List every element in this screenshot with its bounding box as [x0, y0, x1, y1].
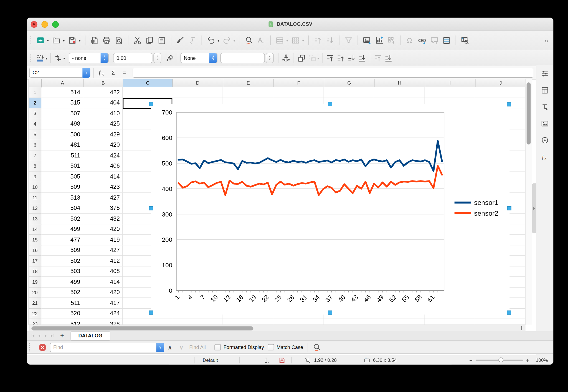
page-style-status[interactable]: Default	[203, 357, 218, 363]
next-sheet-button[interactable]	[43, 333, 49, 338]
sidebar-gallery-icon[interactable]	[541, 119, 549, 128]
cell-A12[interactable]: 504	[41, 203, 83, 214]
column-header-G[interactable]: G	[324, 79, 375, 87]
line-width-stepper[interactable]: ∧∨	[153, 53, 161, 63]
cell-I23[interactable]	[425, 319, 475, 325]
cell-E23[interactable]	[223, 319, 273, 325]
row-header-21[interactable]: 21	[29, 298, 41, 309]
copy-button[interactable]	[144, 35, 155, 46]
data-sources-button[interactable]	[460, 35, 471, 46]
insert-hyperlink-button[interactable]	[417, 35, 428, 46]
cell-A10[interactable]: 509	[41, 182, 83, 193]
cell-B4[interactable]: 425	[83, 119, 123, 129]
send-backward-button[interactable]	[346, 53, 357, 63]
fill-color-stepper[interactable]: ∧∨	[266, 53, 274, 63]
cell-H1[interactable]	[374, 87, 425, 98]
row-header-6[interactable]: 6	[29, 140, 41, 151]
cell-B12[interactable]: 375	[83, 203, 123, 214]
chart-handle-top-center[interactable]	[328, 102, 332, 106]
cell-C1[interactable]	[123, 87, 173, 98]
find-toolbar-grip[interactable]	[29, 342, 31, 352]
cell-H23[interactable]	[374, 319, 425, 325]
cell-A2[interactable]: 515	[41, 98, 83, 108]
cell-E1[interactable]	[223, 87, 273, 98]
toolbar-grip[interactable]	[30, 35, 32, 45]
chart-handle-middle-right[interactable]	[507, 206, 511, 210]
undo-dropdown[interactable]: ▾	[217, 38, 219, 42]
split-window-button[interactable]	[441, 35, 452, 46]
sheet-tab-datalog[interactable]: DATALOG	[71, 331, 110, 340]
find-previous-button[interactable]: ∧	[168, 344, 172, 351]
chart-handle-bottom-left[interactable]	[149, 310, 153, 315]
bring-forward-button[interactable]	[335, 53, 346, 63]
line-style-select[interactable]: - none ∧∨	[69, 53, 109, 63]
cell-A19[interactable]: 499	[41, 277, 83, 287]
sidebar-settings-icon[interactable]	[541, 70, 549, 78]
sidebar-functions-icon[interactable]: fx	[541, 153, 549, 161]
zoom-out-button[interactable]: −	[469, 357, 473, 363]
arrow-style-dropdown[interactable]: ▾	[63, 56, 65, 60]
column-header-A[interactable]: A	[42, 79, 84, 87]
cell-B10[interactable]: 423	[83, 182, 123, 193]
insert-chart-button[interactable]	[374, 35, 385, 46]
zoom-slider-thumb[interactable]	[498, 357, 503, 362]
cell-B15[interactable]: 419	[83, 235, 123, 245]
row-header-22[interactable]: 22	[29, 309, 41, 319]
cell-F23[interactable]	[273, 319, 324, 325]
line-style-button[interactable]	[35, 53, 46, 63]
chart-handle-top-left[interactable]	[149, 102, 153, 106]
cell-B20[interactable]: 420	[83, 287, 123, 298]
cell-B1[interactable]: 422	[83, 87, 123, 98]
cell-D1[interactable]	[172, 87, 223, 98]
cell-I1[interactable]	[425, 87, 475, 98]
export-pdf-button[interactable]	[89, 35, 100, 46]
row-header-4[interactable]: 4	[29, 119, 41, 129]
title-bar[interactable]: DATALOG.CSV	[27, 18, 553, 31]
cell-A20[interactable]: 502	[41, 287, 83, 298]
cell-B16[interactable]: 427	[83, 245, 123, 256]
zoom-window-button[interactable]	[52, 21, 59, 28]
fill-type-stepper[interactable]: ∧∨	[209, 53, 217, 63]
new-dropdown[interactable]: ▾	[47, 38, 49, 42]
cell-A18[interactable]: 503	[41, 266, 83, 277]
cell-F1[interactable]	[273, 87, 324, 98]
zoom-slider[interactable]	[476, 360, 523, 361]
cell-B17[interactable]: 412	[83, 256, 123, 266]
formatted-display-checkbox[interactable]	[215, 344, 221, 350]
function-wizard-button[interactable]: fx	[97, 68, 107, 78]
match-case-checkbox[interactable]	[268, 344, 274, 350]
undo-button[interactable]	[206, 35, 216, 46]
sum-button[interactable]: Σ	[108, 68, 118, 78]
line-width-field[interactable]	[113, 53, 152, 63]
insert-mode-icon[interactable]	[263, 357, 270, 363]
cell-B21[interactable]: 417	[83, 298, 123, 309]
row-header-11[interactable]: 11	[29, 193, 41, 203]
line-style-dropdown[interactable]: ▾	[45, 56, 47, 60]
column-header-I[interactable]: I	[425, 79, 476, 87]
new-button[interactable]	[35, 35, 46, 46]
row-header-19[interactable]: 19	[29, 277, 41, 287]
column-header-D[interactable]: D	[173, 79, 223, 87]
vertical-scrollbar-thumb[interactable]	[527, 82, 531, 144]
vertical-scrollbar[interactable]	[525, 79, 532, 325]
cell-A6[interactable]: 481	[41, 140, 83, 151]
cell-B6[interactable]: 420	[83, 140, 123, 151]
chart-handle-top-right[interactable]	[507, 102, 511, 106]
cell-B5[interactable]: 429	[83, 129, 123, 140]
paste-button[interactable]	[156, 35, 167, 46]
cell-A14[interactable]: 499	[41, 224, 83, 235]
toolbar-overflow-button[interactable]: »	[545, 37, 548, 44]
add-sheet-button[interactable]: +	[60, 332, 64, 340]
sidebar-styles-icon[interactable]	[541, 103, 549, 111]
open-button[interactable]	[51, 35, 62, 46]
fill-color-select[interactable]	[220, 53, 265, 63]
column-header-E[interactable]: E	[223, 79, 274, 87]
last-sheet-button[interactable]	[49, 333, 55, 338]
row-header-23[interactable]: 23	[29, 319, 41, 325]
save-dropdown[interactable]: ▾	[79, 38, 81, 42]
sidebar-properties-icon[interactable]	[541, 86, 549, 95]
cell-A22[interactable]: 520	[41, 309, 83, 319]
cell-A4[interactable]: 498	[41, 119, 83, 129]
cell-A11[interactable]: 513	[41, 193, 83, 203]
cell-J1[interactable]	[475, 87, 526, 98]
